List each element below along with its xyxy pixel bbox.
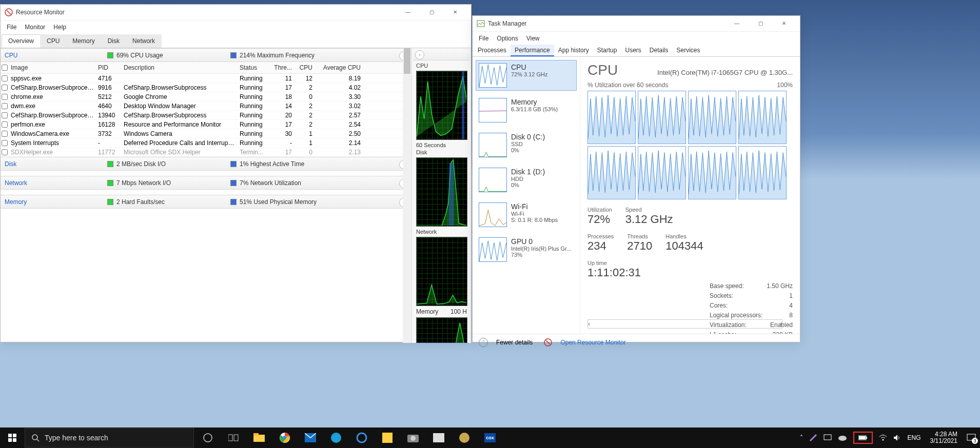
section-cpu-header[interactable]: CPU 69% CPU Usage 214% Maximum Frequency… (1, 48, 411, 62)
row-checkbox[interactable] (2, 94, 8, 100)
row-checkbox[interactable] (2, 75, 8, 82)
tab-services[interactable]: Services (673, 45, 704, 56)
tab-cpu[interactable]: CPU (40, 34, 66, 48)
tab-network[interactable]: Network (126, 34, 162, 48)
vertical-scrollbar[interactable] (403, 48, 411, 343)
app-icon[interactable] (351, 427, 373, 448)
sidebar-card-disk-1-d-[interactable]: Disk 1 (D:) HDD 0% (476, 165, 577, 195)
net-util-text: 7% Network Utilization (240, 179, 301, 187)
task-view-icon[interactable] (223, 427, 244, 448)
menu-file[interactable]: File (3, 22, 21, 32)
close-button[interactable]: ✕ (772, 16, 796, 30)
check-all[interactable] (2, 65, 8, 71)
maximize-button[interactable]: ▢ (749, 16, 772, 30)
tab-processes[interactable]: Processes (474, 45, 511, 56)
sidebar-card-disk-0-c-[interactable]: Disk 0 (C:) SSD 0% (476, 130, 577, 160)
minimize-button[interactable]: — (725, 16, 749, 30)
tab-memory[interactable]: Memory (66, 34, 101, 48)
row-checkbox[interactable] (2, 85, 8, 91)
menu-monitor[interactable]: Monitor (21, 22, 49, 32)
app-icon-2[interactable] (428, 427, 449, 448)
close-button[interactable]: ✕ (443, 5, 467, 19)
process-row[interactable]: WindowsCamera.exe 3732 Windows Camera Ru… (1, 129, 411, 138)
sticky-notes-icon[interactable] (377, 427, 398, 448)
tm-titlebar[interactable]: Task Manager — ▢ ✕ (473, 16, 800, 31)
disk-active-chip (230, 161, 237, 167)
sidebar-card-cpu[interactable]: CPU 72% 3.12 GHz (476, 60, 577, 91)
menu-view[interactable]: View (522, 33, 544, 44)
open-resource-monitor-link[interactable]: Open Resource Monitor (560, 339, 625, 346)
col-avg-cpu[interactable]: Average CPU (315, 64, 376, 71)
menu-options[interactable]: Options (493, 33, 522, 44)
process-row[interactable]: dwm.exe 4640 Desktop Window Manager Runn… (1, 101, 411, 111)
sidebar-card-memory[interactable]: Memory 6.3/11.8 GB (53%) (476, 95, 577, 126)
tm-footer: ˄ Fewer details Open Resource Monitor (473, 334, 800, 350)
process-row[interactable]: SDXHelper.exe 11772 Microsoft Office SDX… (1, 148, 411, 157)
chrome-icon[interactable] (274, 427, 296, 448)
row-checkbox[interactable] (2, 140, 8, 146)
mail-icon[interactable] (300, 427, 321, 448)
row-checkbox[interactable] (2, 131, 8, 137)
process-row[interactable]: perfmon.exe 16128 Resource and Performan… (1, 120, 411, 129)
chevron-up-icon[interactable]: ˄ (479, 338, 488, 347)
tab-performance[interactable]: Performance (511, 45, 554, 56)
notification-center-icon[interactable]: 3 (967, 434, 976, 442)
tray-overflow-icon[interactable]: ˄ (800, 434, 803, 441)
taskbar-search[interactable]: Type here to search (25, 428, 194, 447)
tab-app-history[interactable]: App history (554, 45, 593, 56)
maximize-button[interactable]: ▢ (420, 5, 443, 19)
process-row[interactable]: CefSharp.BrowserSubprocess.e... 13940 Ce… (1, 111, 411, 120)
row-checkbox[interactable] (2, 121, 8, 128)
tray-onedrive-icon[interactable] (838, 435, 847, 441)
col-pid[interactable]: PID (96, 64, 122, 71)
menu-help[interactable]: Help (49, 22, 70, 32)
file-explorer-icon[interactable] (248, 427, 270, 448)
resmon-titlebar[interactable]: Resource Monitor — ▢ ✕ (1, 5, 471, 20)
tab-users[interactable]: Users (621, 45, 645, 56)
tab-disk[interactable]: Disk (101, 34, 126, 48)
language-indicator[interactable]: ENG (908, 434, 921, 441)
col-cpu[interactable]: CPU (294, 64, 315, 71)
row-checkbox[interactable] (2, 149, 8, 155)
battery-icon[interactable] (853, 432, 873, 444)
grid-header[interactable]: Image PID Description Status Thre... CPU… (1, 62, 411, 74)
section-disk-header[interactable]: Disk 2 MB/sec Disk I/O 1% Highest Active… (1, 157, 411, 171)
sidebar-card-gpu-0[interactable]: GPU 0 Intel(R) Iris(R) Plus Gr... 73% (476, 234, 577, 265)
process-row[interactable]: chrome.exe 5212 Google Chrome Running 18… (1, 92, 411, 101)
col-status[interactable]: Status (238, 64, 268, 71)
tab-overview[interactable]: Overview (2, 34, 41, 48)
tray-meteor-icon[interactable] (809, 434, 817, 442)
horizontal-scrollbar[interactable]: ‹› (587, 319, 782, 329)
col-description[interactable]: Description (122, 64, 238, 71)
section-network-header[interactable]: Network 7 Mbps Network I/O 7% Network Ut… (1, 176, 411, 190)
process-row[interactable]: System Interrupts - Deferred Procedure C… (1, 138, 411, 148)
minimize-button[interactable]: — (396, 5, 420, 19)
process-row[interactable]: sppsvc.exe 4716 Running 11 12 8.19 (1, 74, 411, 83)
cell-desc: Windows Camera (122, 130, 238, 137)
col-image[interactable]: Image (9, 64, 96, 71)
chevron-right-icon[interactable]: › (415, 50, 424, 59)
camera-icon[interactable] (402, 427, 424, 448)
section-memory-header[interactable]: Memory 2 Hard Faults/sec 51% Used Physic… (1, 195, 411, 209)
card-title: CPU (511, 63, 548, 71)
fewer-details-link[interactable]: Fewer details (496, 339, 533, 346)
row-checkbox[interactable] (2, 103, 8, 109)
process-row[interactable]: CefSharp.BrowserSubprocess.e... 9916 Cef… (1, 83, 411, 92)
app-icon-3[interactable] (454, 427, 475, 448)
tab-startup[interactable]: Startup (593, 45, 621, 56)
sidebar-card-wi-fi[interactable]: Wi-Fi Wi-Fi S: 0.1 R: 8.0 Mbps (476, 199, 577, 230)
menu-file[interactable]: File (475, 33, 493, 44)
mem-used-chip (230, 199, 237, 205)
row-checkbox[interactable] (2, 112, 8, 118)
tray-monitor-icon[interactable] (824, 434, 832, 441)
tab-details[interactable]: Details (645, 45, 673, 56)
volume-icon[interactable] (893, 434, 901, 441)
start-button[interactable] (0, 427, 25, 448)
cortana-icon[interactable] (197, 427, 219, 448)
edge-icon[interactable] (325, 427, 347, 448)
wifi-icon[interactable] (879, 434, 887, 441)
col-threads[interactable]: Thre... (268, 64, 294, 71)
cox-icon[interactable]: cox (479, 427, 501, 448)
stat-row: Base speed:1.50 GHz (710, 281, 793, 291)
clock[interactable]: 4:28 AM 3/11/2021 (927, 431, 961, 444)
